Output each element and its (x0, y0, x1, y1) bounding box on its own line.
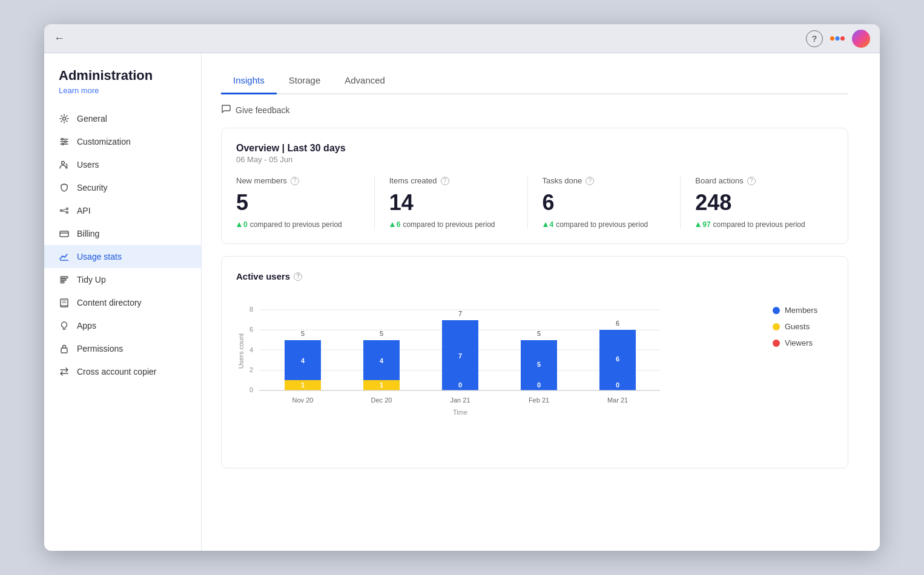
metric-label-new-members: New members ? (236, 176, 360, 185)
titlebar-right: ? (806, 30, 870, 48)
svg-point-11 (61, 210, 62, 212)
info-icon-tasks-done[interactable]: ? (586, 177, 594, 185)
svg-text:6: 6 (249, 326, 253, 333)
sidebar-item-permissions[interactable]: Permissions (44, 337, 201, 360)
help-button[interactable]: ? (806, 30, 823, 47)
sidebar-item-api[interactable]: API (44, 199, 201, 222)
metric-comparison-new-members: 0 compared to previous period (236, 220, 360, 229)
svg-marker-28 (390, 222, 395, 227)
sidebar-label-billing: Billing (77, 229, 99, 238)
info-icon-new-members[interactable]: ? (291, 177, 299, 185)
svg-text:0: 0 (458, 381, 462, 389)
svg-text:4: 4 (301, 357, 305, 364)
svg-line-14 (62, 209, 67, 211)
sidebar-item-usage-stats[interactable]: Usage stats (44, 245, 201, 268)
tab-insights[interactable]: Insights (221, 68, 277, 94)
metrics-row: New members ? 5 0 compared to previous p… (236, 176, 833, 229)
sidebar-label-usage-stats: Usage stats (77, 252, 122, 261)
avatar[interactable] (852, 30, 870, 48)
tidy-icon (59, 274, 70, 285)
app-body: Administration Learn more General (44, 53, 880, 551)
metric-items-created: Items created ? 14 6 compared to previou… (374, 176, 527, 229)
chart-title: Active users ? (236, 271, 833, 281)
legend-dot-viewers (773, 340, 780, 347)
active-users-card: Active users ? 8 6 4 2 0 (221, 256, 848, 468)
metric-tasks-done: Tasks done ? 6 4 compared to previous pe… (527, 176, 681, 229)
tabs: Insights Storage Advanced (221, 68, 848, 94)
overview-subtitle: 06 May - 05 Jun (236, 155, 833, 164)
svg-text:5: 5 (380, 330, 383, 337)
sidebar-label-general: General (77, 114, 107, 123)
main-content: Insights Storage Advanced Give feedback … (202, 53, 880, 551)
svg-text:7: 7 (458, 352, 462, 360)
info-icon-board-actions[interactable]: ? (747, 177, 756, 185)
tab-advanced[interactable]: Advanced (332, 68, 397, 94)
metric-board-actions: Board actions ? 248 97 compared to previ… (680, 176, 833, 229)
overview-title: Overview | Last 30 days (236, 143, 833, 154)
sidebar-label-api: API (77, 206, 91, 215)
svg-text:2: 2 (249, 366, 253, 373)
sidebar-label-customization: Customization (77, 137, 131, 146)
svg-marker-30 (696, 222, 701, 227)
sidebar-item-cross-account-copier[interactable]: Cross account copier (44, 360, 201, 383)
metric-value-new-members: 5 (236, 190, 360, 215)
app-window: ← ? Administration Learn more (44, 24, 880, 551)
sidebar-item-customization[interactable]: Customization (44, 130, 201, 153)
arrows-icon (59, 366, 70, 377)
svg-text:Jan 21: Jan 21 (450, 396, 470, 404)
metric-comparison-board-actions: 97 compared to previous period (695, 220, 819, 229)
legend-dot-guests (773, 323, 780, 330)
metric-comparison-tasks-done: 4 compared to previous period (543, 220, 666, 229)
svg-point-9 (62, 143, 64, 145)
svg-text:7: 7 (458, 310, 462, 317)
info-icon-items-created[interactable]: ? (441, 177, 449, 185)
svg-text:6: 6 (616, 320, 619, 327)
svg-rect-20 (61, 279, 66, 281)
back-button[interactable]: ← (54, 32, 65, 45)
legend-label-guests: Guests (785, 322, 810, 331)
svg-text:4: 4 (380, 357, 384, 364)
sidebar-learn-more[interactable]: Learn more (44, 86, 201, 95)
svg-text:Time: Time (453, 409, 467, 416)
svg-text:5: 5 (537, 361, 541, 368)
svg-rect-0 (830, 36, 834, 41)
svg-rect-26 (61, 348, 67, 353)
sidebar-label-content-directory: Content directory (77, 298, 142, 307)
metric-value-board-actions: 248 (695, 190, 819, 215)
svg-rect-2 (840, 36, 845, 41)
overview-card: Overview | Last 30 days 06 May - 05 Jun … (221, 128, 848, 244)
metric-label-board-actions: Board actions ? (695, 176, 819, 185)
sidebar-item-security[interactable]: Security (44, 176, 201, 199)
legend-dot-members (773, 307, 780, 314)
sidebar: Administration Learn more General (44, 53, 202, 551)
svg-text:Users count: Users count (237, 334, 245, 369)
svg-rect-1 (836, 36, 840, 41)
metric-label-tasks-done: Tasks done ? (543, 176, 666, 185)
sidebar-item-content-directory[interactable]: Content directory (44, 291, 201, 314)
info-icon-active-users[interactable]: ? (294, 272, 302, 281)
legend-guests: Guests (773, 322, 833, 331)
sidebar-item-billing[interactable]: Billing (44, 222, 201, 245)
shield-icon (59, 182, 70, 193)
legend-label-viewers: Viewers (785, 338, 813, 347)
metric-new-members: New members ? 5 0 compared to previous p… (236, 176, 374, 229)
tab-storage[interactable]: Storage (277, 68, 333, 94)
sidebar-item-tidy-up[interactable]: Tidy Up (44, 268, 201, 291)
feedback-row[interactable]: Give feedback (221, 104, 848, 116)
sidebar-item-users[interactable]: Users (44, 153, 201, 176)
svg-point-7 (62, 139, 64, 140)
metric-value-items-created: 14 (389, 190, 513, 215)
sidebar-label-security: Security (77, 183, 108, 192)
svg-text:4: 4 (249, 346, 253, 353)
active-users-chart-svg: 8 6 4 2 0 (236, 294, 672, 451)
legend-label-members: Members (785, 306, 817, 315)
svg-text:Mar 21: Mar 21 (607, 396, 628, 404)
card-icon (59, 228, 70, 239)
metric-comparison-items-created: 6 compared to previous period (389, 220, 513, 229)
svg-text:1: 1 (380, 381, 383, 389)
svg-rect-16 (60, 231, 68, 237)
sidebar-item-general[interactable]: General (44, 107, 201, 130)
svg-text:5: 5 (301, 330, 305, 337)
sidebar-item-apps[interactable]: Apps (44, 314, 201, 337)
users-icon (59, 159, 70, 170)
